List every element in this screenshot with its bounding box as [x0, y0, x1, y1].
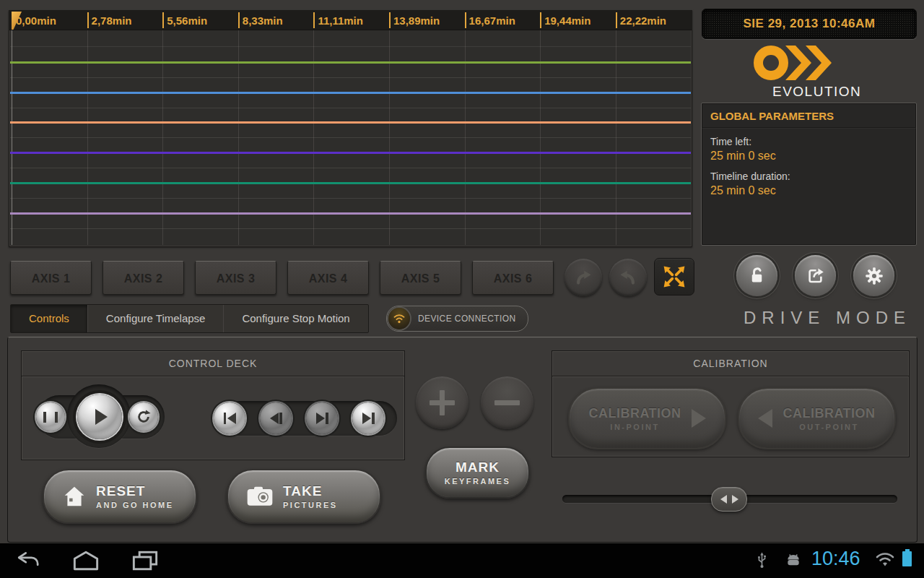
take-pictures-button[interactable]: TAKE PICTURES [227, 469, 381, 524]
left-arrow-icon [758, 409, 772, 428]
back-button[interactable] [16, 550, 42, 571]
timeline-duration-label: Timeline duration: [710, 171, 907, 182]
time-left-value: 25 min 0 sec [710, 150, 907, 163]
usb-icon [757, 552, 767, 569]
axis-button[interactable]: AXIS 4 [287, 261, 369, 295]
calibration-slider-handle[interactable] [711, 487, 747, 512]
slider-right-arrow-icon [732, 495, 738, 504]
skip-to-start-button[interactable] [214, 402, 245, 434]
timeline-tick-label: 13,89min [393, 14, 440, 27]
timeline-tick-label: 2,78min [92, 14, 132, 27]
redo-icon [572, 267, 594, 288]
timeline-tick-label: 0,00min [16, 14, 56, 27]
divider [22, 376, 404, 377]
take-label: TAKE [283, 483, 338, 499]
next-keyframe-icon [316, 413, 328, 424]
reset-label: RESET [96, 483, 174, 499]
undo-button[interactable] [609, 259, 647, 296]
loop-icon [136, 409, 152, 425]
pause-button[interactable] [36, 402, 65, 431]
date-time-display: SIE 29, 2013 10:46AM [702, 9, 917, 39]
play-button[interactable] [77, 394, 122, 439]
axis-button[interactable]: AXIS 2 [103, 261, 184, 295]
drive-mode-label: DRIVE MODE [744, 308, 911, 328]
axis-2-line[interactable] [10, 92, 691, 94]
global-parameters-panel: GLOBAL PARAMETERS Time left: 25 min 0 se… [701, 103, 917, 246]
control-deck-title: CONTROL DECK [22, 351, 404, 369]
calibration-in-sublabel: IN-POINT [610, 423, 659, 431]
previous-keyframe-button[interactable] [260, 402, 292, 434]
next-keyframe-button[interactable] [306, 402, 338, 434]
mode-tab[interactable]: Configure Stop Motion [224, 305, 367, 332]
skip-to-start-icon [224, 413, 236, 424]
timeline-tick-label: 8,33min [243, 14, 283, 27]
fullscreen-expand-button[interactable] [654, 258, 694, 296]
expand-arrows-icon [661, 264, 688, 290]
reset-go-home-button[interactable]: RESET AND GO HOME [43, 469, 197, 524]
logo-chevrons-icon [785, 45, 833, 81]
axis-button[interactable]: AXIS 3 [195, 261, 276, 295]
android-debug-icon [784, 553, 803, 566]
mode-tab[interactable]: Controls [11, 305, 88, 332]
share-export-icon [806, 266, 825, 285]
play-icon [95, 409, 108, 425]
axis-1-line[interactable] [10, 61, 691, 64]
timeline-tick-label: 22,22min [620, 14, 666, 27]
logo-ring-icon [754, 46, 788, 80]
app-screen: 0,00min 2,78min 5,56min 8,33min 11,11min [0, 0, 924, 578]
calibration-out-sublabel: OUT-POINT [799, 423, 858, 431]
right-arrow-icon [692, 409, 706, 428]
camera-icon [247, 486, 273, 506]
battery-icon [902, 551, 912, 566]
zoom-in-button[interactable] [416, 376, 468, 429]
pause-icon [43, 412, 58, 423]
logo-text: EVOLUTION [772, 84, 898, 100]
axis-button[interactable]: AXIS 1 [10, 261, 92, 295]
horizontal-gridline [10, 46, 691, 47]
control-deck-group: CONTROL DECK [21, 350, 405, 460]
export-share-button[interactable] [795, 255, 836, 296]
zoom-out-button[interactable] [481, 376, 533, 429]
gear-icon [864, 266, 884, 286]
loop-button[interactable] [129, 402, 158, 431]
mode-tabs: Controls Configure Timelapse Configure S… [10, 304, 369, 333]
calibration-in-point-button[interactable]: CALIBRATION IN-POINT [568, 387, 726, 449]
slider-left-arrow-icon [720, 495, 727, 504]
calibration-title: CALIBRATION [552, 351, 909, 369]
wifi-badge [388, 308, 410, 329]
undo-icon [617, 267, 639, 288]
redo-button[interactable] [565, 259, 602, 296]
axis-5-line[interactable] [10, 182, 691, 184]
recent-apps-button[interactable] [131, 550, 159, 571]
lock-icon [747, 266, 767, 285]
timeline-tick-label: 11,11min [318, 14, 363, 27]
calibration-out-point-button[interactable]: CALIBRATION OUT-POINT [738, 387, 896, 449]
timeline-tick-label: 5,56min [167, 14, 207, 27]
divider [552, 376, 909, 377]
home-icon [63, 486, 86, 507]
status-wifi-icon [875, 552, 895, 568]
device-connection-button[interactable]: DEVICE CONNECTION [386, 306, 528, 332]
axis-4-line[interactable] [10, 152, 691, 154]
android-nav-bar: 10:46 [0, 543, 924, 578]
mode-tab[interactable]: Configure Timelapse [88, 305, 225, 332]
timeline-tick-label: 19,44min [544, 14, 590, 27]
axis-button[interactable]: AXIS 6 [472, 261, 554, 295]
axis-3-line[interactable] [10, 121, 691, 124]
skip-to-end-icon [362, 413, 375, 424]
timeline-tick-label: 16,67min [469, 14, 515, 27]
mark-keyframes-button[interactable]: MARK KEYFRAMES [425, 447, 530, 499]
status-clock: 10:46 [811, 548, 860, 570]
lock-button[interactable] [736, 255, 777, 296]
wifi-icon [392, 312, 406, 325]
settings-button[interactable] [853, 255, 894, 296]
evolution-logo: EVOLUTION [754, 43, 898, 100]
axis-6-line[interactable] [10, 212, 691, 215]
axis-button[interactable]: AXIS 5 [380, 261, 461, 295]
device-connection-label: DEVICE CONNECTION [418, 314, 515, 324]
mark-label: MARK [456, 460, 500, 475]
reset-sublabel: AND GO HOME [96, 501, 174, 509]
skip-to-end-button[interactable] [352, 402, 384, 434]
home-button[interactable] [72, 550, 100, 571]
timeline-chart[interactable]: 0,00min 2,78min 5,56min 8,33min 11,11min [9, 10, 692, 247]
